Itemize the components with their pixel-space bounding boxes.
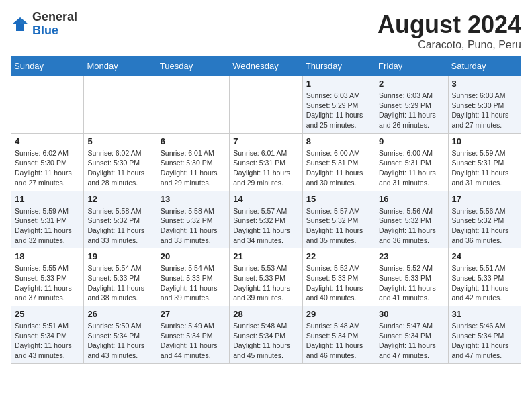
day-info: Sunrise: 5:53 AMSunset: 5:33 PMDaylight:…: [233, 263, 298, 303]
day-number: 29: [306, 309, 371, 319]
day-info: Sunrise: 5:46 AMSunset: 5:34 PMDaylight:…: [452, 321, 517, 361]
calendar-cell: 20Sunrise: 5:54 AMSunset: 5:33 PMDayligh…: [157, 248, 229, 306]
logo-icon: [11, 15, 30, 34]
weekday-header-wednesday: Wednesday: [230, 57, 302, 76]
day-info: Sunrise: 5:52 AMSunset: 5:33 PMDaylight:…: [306, 263, 371, 303]
day-info: Sunrise: 6:03 AMSunset: 5:29 PMDaylight:…: [379, 91, 444, 130]
day-info: Sunrise: 5:49 AMSunset: 5:34 PMDaylight:…: [161, 321, 226, 361]
day-info: Sunrise: 5:57 AMSunset: 5:32 PMDaylight:…: [306, 206, 371, 246]
calendar-cell: 18Sunrise: 5:55 AMSunset: 5:33 PMDayligh…: [11, 248, 84, 306]
calendar-cell: 25Sunrise: 5:51 AMSunset: 5:34 PMDayligh…: [11, 306, 84, 364]
day-number: 11: [15, 194, 80, 204]
calendar-cell: 28Sunrise: 5:48 AMSunset: 5:34 PMDayligh…: [230, 306, 302, 364]
weekday-header-row: SundayMondayTuesdayWednesdayThursdayFrid…: [11, 57, 521, 76]
calendar-table: SundayMondayTuesdayWednesdayThursdayFrid…: [11, 56, 521, 364]
day-info: Sunrise: 6:01 AMSunset: 5:30 PMDaylight:…: [161, 148, 226, 188]
day-number: 7: [233, 136, 298, 146]
day-info: Sunrise: 5:59 AMSunset: 5:31 PMDaylight:…: [452, 148, 517, 188]
weekday-header-sunday: Sunday: [11, 57, 84, 76]
calendar-cell: 14Sunrise: 5:57 AMSunset: 5:32 PMDayligh…: [230, 191, 302, 248]
calendar-cell: 9Sunrise: 6:00 AMSunset: 5:31 PMDaylight…: [375, 133, 448, 191]
calendar-location: Caracoto, Puno, Peru: [378, 39, 521, 51]
day-info: Sunrise: 5:56 AMSunset: 5:32 PMDaylight:…: [379, 206, 444, 246]
calendar-cell: 3Sunrise: 6:03 AMSunset: 5:30 PMDaylight…: [448, 76, 521, 134]
calendar-cell: 21Sunrise: 5:53 AMSunset: 5:33 PMDayligh…: [230, 248, 302, 306]
day-info: Sunrise: 5:54 AMSunset: 5:33 PMDaylight:…: [87, 263, 152, 303]
day-number: 9: [379, 136, 444, 146]
calendar-cell: 22Sunrise: 5:52 AMSunset: 5:33 PMDayligh…: [302, 248, 375, 306]
calendar-cell: 27Sunrise: 5:49 AMSunset: 5:34 PMDayligh…: [157, 306, 229, 364]
calendar-cell: 4Sunrise: 6:02 AMSunset: 5:30 PMDaylight…: [11, 133, 84, 191]
day-info: Sunrise: 6:01 AMSunset: 5:31 PMDaylight:…: [233, 148, 298, 188]
day-number: 4: [15, 136, 80, 146]
day-number: 12: [87, 194, 152, 204]
day-info: Sunrise: 5:48 AMSunset: 5:34 PMDaylight:…: [306, 321, 371, 361]
day-info: Sunrise: 5:59 AMSunset: 5:31 PMDaylight:…: [15, 206, 80, 246]
day-info: Sunrise: 5:50 AMSunset: 5:34 PMDaylight:…: [87, 321, 152, 361]
weekday-header-saturday: Saturday: [448, 57, 521, 76]
calendar-cell: 29Sunrise: 5:48 AMSunset: 5:34 PMDayligh…: [302, 306, 375, 364]
weekday-header-tuesday: Tuesday: [157, 57, 229, 76]
weekday-header-friday: Friday: [375, 57, 448, 76]
day-number: 16: [379, 194, 444, 204]
calendar-cell: 8Sunrise: 6:00 AMSunset: 5:31 PMDaylight…: [302, 133, 375, 191]
day-info: Sunrise: 5:51 AMSunset: 5:33 PMDaylight:…: [452, 263, 517, 303]
calendar-cell: 23Sunrise: 5:52 AMSunset: 5:33 PMDayligh…: [375, 248, 448, 306]
calendar-title: August 2024: [378, 11, 521, 39]
day-number: 27: [161, 309, 226, 319]
day-number: 25: [15, 309, 80, 319]
day-number: 30: [379, 309, 444, 319]
day-number: 3: [452, 79, 517, 89]
calendar-cell: 17Sunrise: 5:56 AMSunset: 5:32 PMDayligh…: [448, 191, 521, 248]
page-header: General Blue August 2024 Caracoto, Puno,…: [11, 11, 521, 51]
day-info: Sunrise: 5:48 AMSunset: 5:34 PMDaylight:…: [233, 321, 298, 361]
calendar-week-row: 18Sunrise: 5:55 AMSunset: 5:33 PMDayligh…: [11, 248, 521, 306]
weekday-header-thursday: Thursday: [302, 57, 375, 76]
day-number: 13: [161, 194, 226, 204]
day-info: Sunrise: 5:52 AMSunset: 5:33 PMDaylight:…: [379, 263, 444, 303]
day-number: 6: [161, 136, 226, 146]
calendar-cell: [230, 76, 302, 134]
day-number: 22: [306, 251, 371, 261]
calendar-cell: [84, 76, 157, 134]
logo-general-text: General: [32, 11, 77, 24]
svg-marker-1: [20, 17, 28, 24]
day-info: Sunrise: 6:00 AMSunset: 5:31 PMDaylight:…: [379, 148, 444, 188]
calendar-cell: 11Sunrise: 5:59 AMSunset: 5:31 PMDayligh…: [11, 191, 84, 248]
day-info: Sunrise: 6:00 AMSunset: 5:31 PMDaylight:…: [306, 148, 371, 188]
day-info: Sunrise: 5:51 AMSunset: 5:34 PMDaylight:…: [15, 321, 80, 361]
calendar-cell: 24Sunrise: 5:51 AMSunset: 5:33 PMDayligh…: [448, 248, 521, 306]
calendar-cell: 15Sunrise: 5:57 AMSunset: 5:32 PMDayligh…: [302, 191, 375, 248]
calendar-cell: 26Sunrise: 5:50 AMSunset: 5:34 PMDayligh…: [84, 306, 157, 364]
logo: General Blue: [11, 11, 77, 38]
day-number: 8: [306, 136, 371, 146]
logo-blue-text: Blue: [32, 24, 77, 38]
logo-text: General Blue: [32, 11, 77, 38]
calendar-cell: 12Sunrise: 5:58 AMSunset: 5:32 PMDayligh…: [84, 191, 157, 248]
day-number: 23: [379, 251, 444, 261]
title-block: August 2024 Caracoto, Puno, Peru: [378, 11, 521, 51]
day-number: 5: [87, 136, 152, 146]
calendar-cell: 1Sunrise: 6:03 AMSunset: 5:29 PMDaylight…: [302, 76, 375, 134]
day-number: 20: [161, 251, 226, 261]
calendar-cell: [11, 76, 84, 134]
day-number: 2: [379, 79, 444, 89]
day-info: Sunrise: 6:03 AMSunset: 5:30 PMDaylight:…: [452, 91, 517, 130]
weekday-header-monday: Monday: [84, 57, 157, 76]
calendar-cell: 31Sunrise: 5:46 AMSunset: 5:34 PMDayligh…: [448, 306, 521, 364]
day-info: Sunrise: 6:02 AMSunset: 5:30 PMDaylight:…: [87, 148, 152, 188]
day-number: 17: [452, 194, 517, 204]
calendar-cell: 2Sunrise: 6:03 AMSunset: 5:29 PMDaylight…: [375, 76, 448, 134]
calendar-cell: 16Sunrise: 5:56 AMSunset: 5:32 PMDayligh…: [375, 191, 448, 248]
calendar-week-row: 25Sunrise: 5:51 AMSunset: 5:34 PMDayligh…: [11, 306, 521, 364]
day-number: 28: [233, 309, 298, 319]
day-info: Sunrise: 6:03 AMSunset: 5:29 PMDaylight:…: [306, 91, 371, 130]
day-number: 31: [452, 309, 517, 319]
calendar-cell: 6Sunrise: 6:01 AMSunset: 5:30 PMDaylight…: [157, 133, 229, 191]
day-number: 24: [452, 251, 517, 261]
day-number: 15: [306, 194, 371, 204]
day-number: 14: [233, 194, 298, 204]
calendar-week-row: 1Sunrise: 6:03 AMSunset: 5:29 PMDaylight…: [11, 76, 521, 134]
day-info: Sunrise: 5:56 AMSunset: 5:32 PMDaylight:…: [452, 206, 517, 246]
day-info: Sunrise: 5:54 AMSunset: 5:33 PMDaylight:…: [161, 263, 226, 303]
